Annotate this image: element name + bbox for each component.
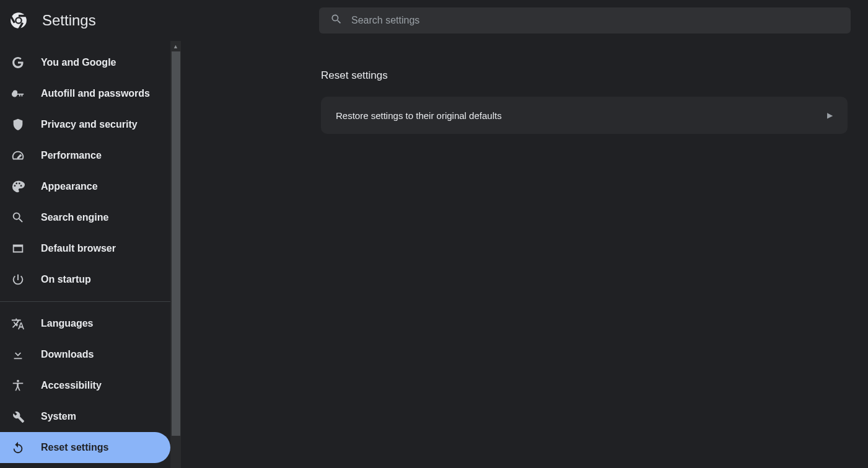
- power-icon: [11, 273, 25, 286]
- key-icon: [11, 87, 25, 100]
- palette-icon: [11, 180, 25, 193]
- sidebar-item-appearance[interactable]: Appearance: [0, 171, 170, 202]
- shield-icon: [11, 118, 25, 131]
- sidebar-item-privacy[interactable]: Privacy and security: [0, 109, 170, 140]
- sidebar-item-label: Search engine: [41, 212, 108, 223]
- main-content: Reset settings Restore settings to their…: [181, 41, 868, 468]
- sidebar-item-label: System: [41, 411, 76, 422]
- sidebar-item-reset[interactable]: Reset settings: [0, 432, 170, 463]
- sidebar-item-label: Languages: [41, 318, 93, 329]
- sidebar-item-label: Reset settings: [41, 442, 108, 453]
- sidebar-item-you-and-google[interactable]: You and Google: [0, 47, 170, 78]
- sidebar-item-downloads[interactable]: Downloads: [0, 339, 170, 370]
- search-box[interactable]: [319, 7, 851, 33]
- google-g-icon: [11, 56, 25, 69]
- sidebar-item-label: Default browser: [41, 243, 116, 254]
- sidebar-item-system[interactable]: System: [0, 401, 170, 432]
- sidebar-item-label: On startup: [41, 274, 91, 285]
- sidebar-item-label: Performance: [41, 150, 102, 161]
- settings-card: Restore settings to their original defau…: [321, 97, 848, 134]
- sidebar-item-label: Accessibility: [41, 380, 102, 391]
- sidebar-item-on-startup[interactable]: On startup: [0, 264, 170, 295]
- search-input[interactable]: [351, 15, 840, 26]
- search-icon: [330, 13, 343, 28]
- sidebar-divider: [0, 301, 170, 302]
- settings-row-label: Restore settings to their original defau…: [336, 110, 502, 121]
- search-icon: [11, 211, 25, 224]
- sidebar-item-label: Appearance: [41, 181, 98, 192]
- sidebar-item-autofill[interactable]: Autofill and passwords: [0, 78, 170, 109]
- scrollbar-up-arrow[interactable]: ▲: [170, 41, 181, 51]
- header-bar: Settings: [0, 0, 868, 41]
- sidebar-item-default-browser[interactable]: Default browser: [0, 233, 170, 264]
- browser-window-icon: [11, 242, 25, 255]
- sidebar-item-accessibility[interactable]: Accessibility: [0, 370, 170, 401]
- sidebar: You and GoogleAutofill and passwordsPriv…: [0, 41, 170, 468]
- sidebar-item-search-engine[interactable]: Search engine: [0, 202, 170, 233]
- wrench-icon: [11, 410, 25, 423]
- sidebar-container: You and GoogleAutofill and passwordsPriv…: [0, 41, 181, 468]
- sidebar-item-label: You and Google: [41, 57, 116, 68]
- accessibility-icon: [11, 379, 25, 392]
- page-title: Settings: [42, 12, 96, 29]
- speedometer-icon: [11, 149, 25, 162]
- sidebar-scrollbar[interactable]: ▲: [170, 41, 181, 468]
- chrome-logo-icon: [10, 12, 27, 29]
- sidebar-item-label: Privacy and security: [41, 119, 138, 130]
- reset-icon: [11, 441, 25, 454]
- section-title: Reset settings: [321, 69, 851, 82]
- sidebar-item-performance[interactable]: Performance: [0, 140, 170, 171]
- translate-icon: [11, 317, 25, 330]
- search-container: [170, 7, 868, 33]
- download-icon: [11, 348, 25, 361]
- chevron-right-icon: ▶: [827, 111, 833, 120]
- sidebar-item-languages[interactable]: Languages: [0, 308, 170, 339]
- settings-row-restore-defaults[interactable]: Restore settings to their original defau…: [321, 97, 848, 134]
- sidebar-item-label: Downloads: [41, 349, 94, 360]
- sidebar-item-label: Autofill and passwords: [41, 88, 150, 99]
- scrollbar-thumb[interactable]: [172, 51, 180, 436]
- header-left: Settings: [0, 12, 170, 29]
